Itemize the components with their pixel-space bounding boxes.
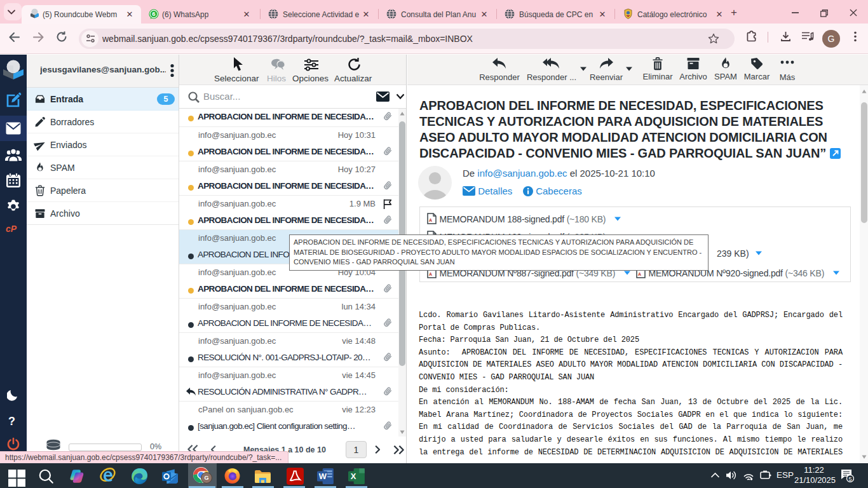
svg-text:W: W <box>319 471 327 481</box>
svg-text:5: 5 <box>848 476 851 482</box>
svg-text:A: A <box>429 218 432 222</box>
svg-text:6: 6 <box>152 10 155 17</box>
svg-text:X: X <box>351 471 356 481</box>
svg-text:A: A <box>429 272 432 276</box>
svg-text:A: A <box>638 272 641 276</box>
